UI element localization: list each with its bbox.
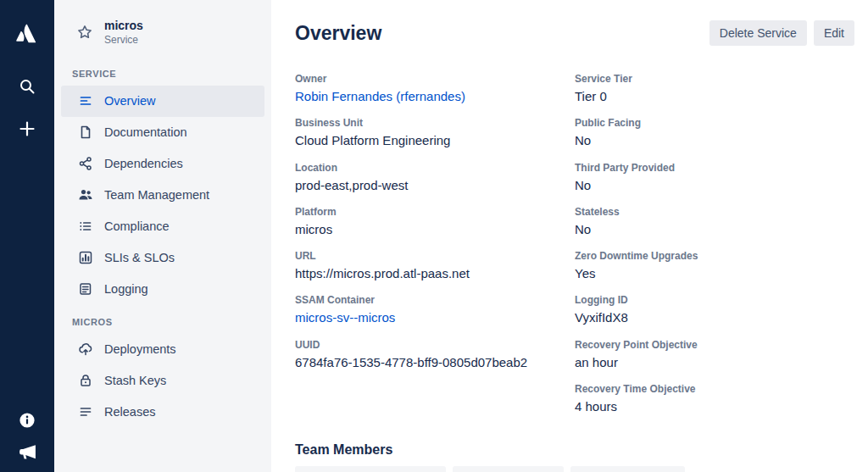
field-label: Owner <box>295 73 575 85</box>
field-stateless: Stateless No <box>575 206 854 236</box>
feedback-megaphone-icon[interactable] <box>18 442 37 462</box>
service-fields: Owner Robin Fernandes (rfernandes) Busin… <box>295 73 854 427</box>
service-sidebar: micros Service SERVICE Overview Document… <box>54 0 271 472</box>
main-header: Overview Delete Service Edit <box>295 20 854 46</box>
sidebar-item-dependencies[interactable]: Dependencies <box>61 148 264 180</box>
field-recovery-time-objective: Recovery Time Objective 4 hours <box>575 383 854 414</box>
field-logging-id: Logging ID VyxifIdX8 <box>575 294 854 325</box>
field-value: Tier 0 <box>575 89 854 103</box>
sidebar-item-overview[interactable]: Overview <box>61 86 264 117</box>
team-member-link[interactable]: (buildeng-sox-bot) <box>453 466 564 472</box>
field-recovery-point-objective: Recovery Point Objective an hour <box>575 339 854 369</box>
main-content: Overview Delete Service Edit Owner Robin… <box>271 0 868 472</box>
service-header: micros Service <box>54 19 271 47</box>
team-members-section: Team Members Jeremy Baumont (jbaumo (bui… <box>295 442 854 472</box>
checklist-icon <box>78 219 93 234</box>
fields-right-column: Service Tier Tier 0 Public Facing No Thi… <box>575 73 854 427</box>
team-member-link[interactable]: Jeremy Baumont (jbaumo <box>295 466 446 472</box>
document-icon <box>78 125 93 140</box>
ssam-container-link[interactable]: micros-sv--micros <box>295 310 575 325</box>
sidebar-item-team-management[interactable]: Team Management <box>61 180 264 211</box>
people-icon <box>78 187 93 203</box>
field-third-party-provided: Third Party Provided No <box>575 162 854 192</box>
field-value: VyxifIdX8 <box>575 310 854 325</box>
field-service-tier: Service Tier Tier 0 <box>575 73 854 103</box>
field-label: Third Party Provided <box>575 162 854 174</box>
team-member-link[interactable]: Paul Craig (pcraig) <box>570 466 685 472</box>
field-label: Public Facing <box>575 117 854 129</box>
bar-chart-icon <box>78 250 93 265</box>
field-label: Recovery Point Objective <box>575 339 854 351</box>
field-business-unit: Business Unit Cloud Platform Engineering <box>295 117 575 147</box>
logs-icon <box>78 281 93 297</box>
sidebar-item-label: Dependencies <box>104 157 183 170</box>
page-title: Overview <box>295 22 381 45</box>
service-identity: micros Service <box>104 19 143 47</box>
field-zero-downtime-upgrades: Zero Downtime Upgrades Yes <box>575 250 854 280</box>
field-public-facing: Public Facing No <box>575 117 854 147</box>
app-rail <box>0 0 54 472</box>
sidebar-item-label: Stash Keys <box>104 374 166 387</box>
field-label: Recovery Time Objective <box>575 383 854 395</box>
sidebar-item-compliance[interactable]: Compliance <box>61 211 264 242</box>
atlassian-logo[interactable] <box>13 19 42 47</box>
field-value: No <box>575 133 854 147</box>
deploy-cloud-icon <box>78 342 93 357</box>
sidebar-item-documentation[interactable]: Documentation <box>61 117 264 148</box>
sidebar-item-label: Compliance <box>104 219 170 233</box>
field-label: Location <box>295 162 575 174</box>
sidebar-section-service: SERVICE <box>54 69 271 79</box>
field-value: No <box>575 222 854 236</box>
sidebar-item-label: Logging <box>104 282 148 296</box>
sidebar-item-logging[interactable]: Logging <box>61 274 264 305</box>
team-members-title: Team Members <box>295 442 854 458</box>
owner-link[interactable]: Robin Fernandes (rfernandes) <box>295 89 575 103</box>
field-label: Logging ID <box>575 294 854 306</box>
field-value: Yes <box>575 266 854 280</box>
field-label: Stateless <box>575 206 854 218</box>
sidebar-item-slis-slos[interactable]: SLIs & SLOs <box>61 242 264 274</box>
field-value: prod-east,prod-west <box>295 178 575 192</box>
field-value: micros <box>295 222 575 236</box>
sidebar-item-deployments[interactable]: Deployments <box>61 334 264 365</box>
field-ssam-container: SSAM Container micros-sv--micros <box>295 294 575 325</box>
create-plus-icon[interactable] <box>17 119 37 139</box>
field-label: Zero Downtime Upgrades <box>575 250 854 262</box>
field-value: an hour <box>575 355 854 369</box>
service-kind: Service <box>104 34 143 47</box>
field-value: 4 hours <box>575 399 854 414</box>
dependencies-graph-icon <box>78 156 93 171</box>
releases-lines-icon <box>78 404 93 419</box>
rail-bottom-icons <box>18 412 37 462</box>
field-value: No <box>575 178 854 192</box>
sidebar-item-label: Documentation <box>104 125 187 139</box>
field-uuid: UUID 6784fa76-1535-4778-bff9-0805d07beab… <box>295 339 575 369</box>
header-buttons: Delete Service Edit <box>709 20 854 46</box>
sidebar-item-label: Deployments <box>104 342 176 356</box>
sidebar-item-stash-keys[interactable]: Stash Keys <box>61 365 264 397</box>
sidebar-item-label: Overview <box>104 94 155 108</box>
sidebar-item-label: SLIs & SLOs <box>104 251 175 264</box>
field-value: https://micros.prod.atl-paas.net <box>295 266 575 280</box>
service-name: micros <box>104 19 143 34</box>
field-owner: Owner Robin Fernandes (rfernandes) <box>295 73 575 103</box>
edit-button[interactable]: Edit <box>814 20 854 46</box>
search-icon[interactable] <box>17 76 37 97</box>
field-label: SSAM Container <box>295 294 575 306</box>
overview-lines-icon <box>78 93 93 108</box>
field-platform: Platform micros <box>295 206 575 236</box>
field-label: Platform <box>295 206 575 218</box>
fields-left-column: Owner Robin Fernandes (rfernandes) Busin… <box>295 73 575 427</box>
field-location: Location prod-east,prod-west <box>295 162 575 192</box>
team-members-list: Jeremy Baumont (jbaumo (buildeng-sox-bot… <box>295 466 854 472</box>
field-label: UUID <box>295 339 575 351</box>
lock-icon <box>78 373 93 388</box>
field-value: 6784fa76-1535-4778-bff9-0805d07beab2 <box>295 355 575 369</box>
field-label: Business Unit <box>295 117 575 129</box>
sidebar-item-releases[interactable]: Releases <box>61 397 264 428</box>
field-label: Service Tier <box>575 73 854 85</box>
info-icon[interactable] <box>19 412 36 429</box>
field-url: URL https://micros.prod.atl-paas.net <box>295 250 575 280</box>
favorite-star-icon[interactable] <box>76 24 93 41</box>
delete-service-button[interactable]: Delete Service <box>709 20 807 46</box>
